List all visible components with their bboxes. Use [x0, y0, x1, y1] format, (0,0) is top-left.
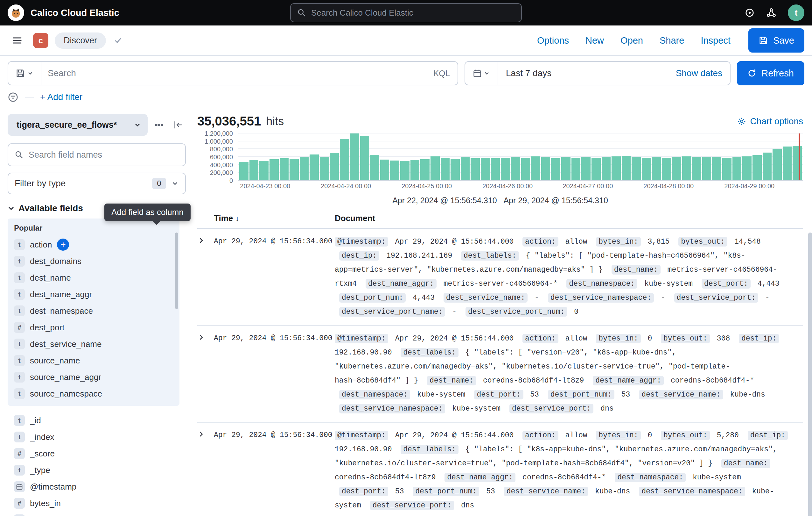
field-item-dest_port[interactable]: #dest_port — [8, 319, 70, 336]
filter-icon[interactable] — [8, 92, 19, 103]
nav-link-options[interactable]: Options — [537, 35, 569, 46]
chart-options-button[interactable]: Chart options — [737, 116, 803, 127]
cluster-icon[interactable] — [766, 8, 776, 18]
field-item-_score[interactable]: #_score — [8, 445, 61, 462]
field-item-dest_name_aggr[interactable]: tdest_name_aggr — [8, 286, 98, 303]
histogram-bar[interactable] — [561, 157, 571, 180]
histogram-bar[interactable] — [742, 156, 752, 180]
histogram-bar[interactable] — [400, 161, 409, 180]
field-item-dest_domains[interactable]: tdest_domains — [8, 253, 88, 269]
histogram-bar[interactable] — [501, 158, 510, 180]
histogram-bar[interactable] — [481, 158, 490, 180]
histogram-bar[interactable] — [239, 162, 249, 180]
histogram-bar[interactable] — [250, 160, 259, 180]
show-dates-link[interactable]: Show dates — [676, 68, 730, 78]
field-search-input[interactable] — [29, 150, 179, 160]
histogram-bar[interactable] — [280, 158, 289, 180]
add-filter-link[interactable]: + Add filter — [40, 92, 82, 102]
histogram-bar[interactable] — [732, 157, 742, 180]
histogram-bar[interactable] — [340, 139, 349, 180]
histogram-bar[interactable] — [350, 133, 359, 180]
histogram-bar[interactable] — [380, 160, 389, 180]
histogram-bar[interactable] — [330, 153, 339, 180]
histogram-bar[interactable] — [451, 159, 460, 180]
time-range-value[interactable]: Last 7 days — [498, 68, 676, 78]
histogram-bar[interactable] — [360, 136, 369, 180]
histogram-bar[interactable] — [491, 158, 500, 180]
histogram-bar[interactable] — [632, 157, 641, 180]
histogram-bar[interactable] — [420, 159, 430, 180]
histogram-bar[interactable] — [300, 157, 309, 180]
histogram-bar[interactable] — [531, 156, 540, 180]
histogram-bar[interactable] — [461, 157, 470, 180]
query-search-input[interactable] — [41, 62, 426, 85]
histogram-bar[interactable] — [763, 153, 772, 180]
ring-icon[interactable] — [745, 8, 755, 18]
histogram-bar[interactable] — [622, 156, 631, 180]
collapse-sidebar-icon[interactable] — [171, 117, 186, 133]
histogram-bar[interactable] — [572, 158, 581, 180]
menu-icon[interactable] — [8, 31, 27, 50]
fields-scrollbar[interactable] — [175, 233, 178, 309]
histogram-bar[interactable] — [722, 158, 731, 180]
histogram-bar[interactable] — [602, 157, 611, 180]
field-item-action[interactable]: taction+ — [8, 236, 76, 253]
field-item-bytes_out[interactable]: #bytes_out — [8, 512, 72, 516]
add-field-button[interactable]: + — [57, 239, 69, 251]
nav-link-open[interactable]: Open — [620, 35, 643, 46]
saved-query-menu-button[interactable] — [8, 62, 41, 85]
breadcrumb[interactable]: Discover — [55, 32, 106, 49]
nav-link-inspect[interactable]: Inspect — [701, 35, 730, 46]
expand-row-button[interactable] — [197, 235, 214, 244]
histogram-bar[interactable] — [390, 161, 399, 180]
histogram-bar[interactable] — [541, 157, 550, 180]
histogram-bar[interactable] — [370, 155, 379, 180]
field-item-bytes_in[interactable]: #bytes_in — [8, 495, 67, 512]
calendar-icon[interactable] — [465, 62, 498, 85]
histogram-bar[interactable] — [441, 158, 450, 180]
field-item-@timestamp[interactable]: @timestamp — [8, 479, 83, 495]
space-badge[interactable]: c — [33, 33, 48, 48]
histogram-bar[interactable] — [551, 158, 560, 180]
grid-boxes-icon[interactable] — [151, 117, 167, 133]
calico-logo-icon[interactable] — [8, 4, 24, 21]
histogram-bar[interactable] — [642, 158, 651, 180]
save-button[interactable]: Save — [748, 28, 804, 53]
expand-row-button[interactable] — [197, 332, 214, 341]
user-avatar[interactable]: t — [788, 4, 804, 21]
time-column-header[interactable]: Time ↓ — [214, 213, 335, 223]
sort-desc-icon[interactable]: ↓ — [235, 214, 239, 223]
histogram-bar[interactable] — [702, 157, 712, 180]
field-item-source_name_aggr[interactable]: tsource_name_aggr — [8, 369, 108, 385]
histogram-bar[interactable] — [753, 155, 762, 180]
field-item-_index[interactable]: t_index — [8, 429, 61, 445]
field-item-source_namespace[interactable]: tsource_namespace — [8, 385, 109, 402]
histogram-bar[interactable] — [511, 157, 520, 180]
histogram-bar[interactable] — [712, 157, 721, 180]
histogram-bar[interactable] — [682, 156, 691, 180]
field-item-_id[interactable]: t_id — [8, 412, 48, 429]
histogram-bar[interactable] — [431, 156, 440, 180]
field-item-_type[interactable]: t_type — [8, 462, 57, 479]
histogram-bar[interactable] — [471, 158, 480, 180]
histogram-bar[interactable] — [581, 157, 590, 180]
field-item-dest_name[interactable]: tdest_name — [8, 269, 77, 286]
histogram-bar[interactable] — [672, 157, 681, 180]
histogram-bar[interactable] — [612, 156, 621, 180]
histogram-bar[interactable] — [310, 155, 319, 180]
expand-row-button[interactable] — [197, 428, 214, 438]
refresh-button[interactable]: Refresh — [737, 61, 804, 85]
histogram-bar[interactable] — [773, 149, 782, 180]
field-item-dest_service_name[interactable]: tdest_service_name — [8, 336, 108, 352]
histogram-bar[interactable] — [591, 158, 601, 180]
histogram-bar[interactable] — [410, 160, 420, 180]
histogram-bar[interactable] — [290, 159, 299, 180]
scrollbar-thumb[interactable] — [808, 233, 812, 516]
global-search-input[interactable] — [311, 8, 515, 18]
histogram-bar[interactable] — [269, 159, 279, 180]
field-item-dest_namespace[interactable]: tdest_namespace — [8, 303, 99, 319]
field-item-source_name[interactable]: tsource_name — [8, 352, 87, 369]
nav-link-share[interactable]: Share — [660, 35, 684, 46]
histogram-bar[interactable] — [521, 158, 530, 180]
histogram-bar[interactable] — [692, 157, 701, 180]
